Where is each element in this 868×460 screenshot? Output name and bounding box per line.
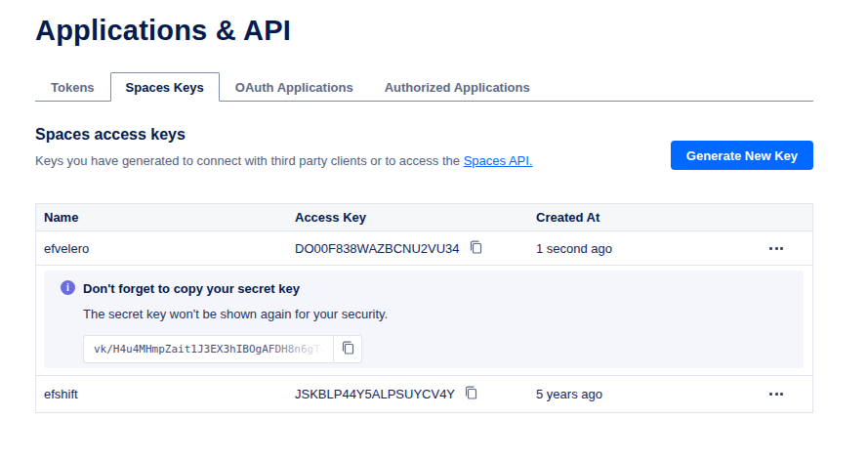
notice-body: The secret key won't be shown again for … [83,307,804,321]
ellipsis-icon [769,247,772,250]
ellipsis-icon [769,393,772,396]
notice-title: Don't forget to copy your secret key [83,281,804,296]
generate-new-key-button[interactable]: Generate New Key [671,141,813,170]
key-name: efshift [36,387,287,401]
tab-oauth-applications[interactable]: OAuth Applications [220,72,369,102]
key-name: efvelero [36,241,287,256]
created-at-value: 5 years ago [528,387,767,401]
spaces-api-link[interactable]: Spaces API. [464,153,533,168]
copy-icon [465,386,477,402]
copy-icon [470,240,482,257]
tab-authorized-applications[interactable]: Authorized Applications [369,72,546,102]
copy-secret-key-button[interactable] [333,335,362,363]
tab-tokens[interactable]: Tokens [35,72,110,102]
spaces-keys-table: Name Access Key Created At efvelero DO00… [35,203,813,413]
column-header-name: Name [36,210,287,225]
applications-api-page: Applications & API Tokens Spaces Keys OA… [35,0,813,413]
section-header: Spaces access keys Keys you have generat… [35,126,813,168]
section-heading: Spaces access keys [35,126,532,144]
tab-spaces-keys[interactable]: Spaces Keys [110,72,220,102]
table-row: efvelero DO00F838WAZBCNU2VU34 1 second a… [36,231,812,265]
secret-key-notice: i Don't forget to copy your secret key T… [44,271,804,368]
access-key-value: DO00F838WAZBCNU2VU34 [295,241,460,256]
info-icon: i [61,280,75,295]
secret-key-notice-cell: i Don't forget to copy your secret key T… [36,265,812,375]
column-header-created-at: Created At [528,210,767,225]
copy-access-key-button[interactable] [465,386,477,402]
row-more-menu-button[interactable] [767,389,785,399]
column-header-access-key: Access Key [287,210,528,225]
secret-key-value: vk/H4u4MHmpZait1J3EX3hIBOgAFDH8n6gTv3H [83,335,333,363]
copy-icon [342,341,354,357]
section-description-text: Keys you have generated to connect with … [35,153,464,168]
page-title: Applications & API [35,15,813,47]
secret-key-field: vk/H4u4MHmpZait1J3EX3hIBOgAFDH8n6gTv3H [83,335,362,363]
copy-access-key-button[interactable] [470,240,482,257]
tab-bar: Tokens Spaces Keys OAuth Applications Au… [35,71,813,102]
created-at-value: 1 second ago [528,241,767,256]
access-key-value: JSKBLP44Y5ALPSUYCV4Y [295,387,455,401]
section-description: Keys you have generated to connect with … [35,153,532,168]
row-more-menu-button[interactable] [767,243,785,254]
table-row: efshift JSKBLP44Y5ALPSUYCV4Y 5 years ago [36,375,812,412]
table-header-row: Name Access Key Created At [36,204,812,231]
